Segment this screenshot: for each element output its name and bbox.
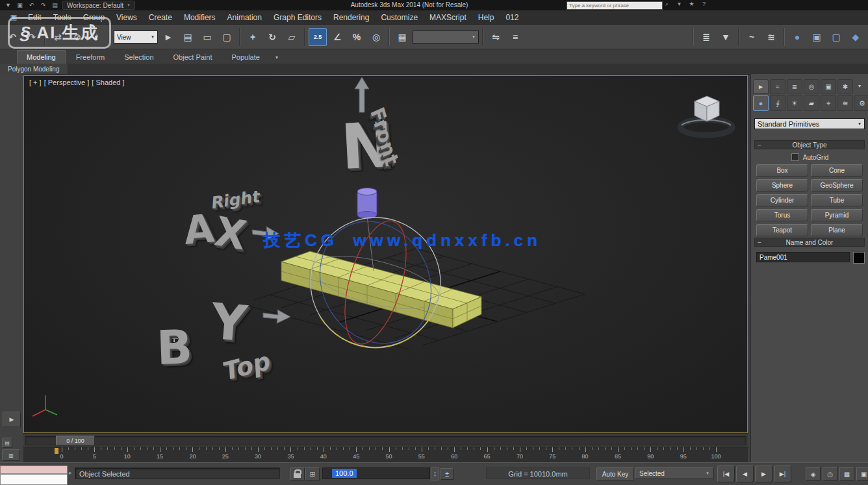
manage-layers-icon[interactable]: ≣ bbox=[697, 28, 715, 46]
menu-item-animation[interactable]: Animation bbox=[222, 10, 268, 25]
window-crossing-toggle-icon[interactable]: ▢ bbox=[218, 28, 236, 46]
percent-snap-icon[interactable]: % bbox=[348, 28, 366, 46]
snaps-toggle-icon[interactable]: 2.5 bbox=[309, 28, 327, 46]
ribbon-options[interactable]: ▾ bbox=[275, 51, 278, 64]
box-button[interactable]: Box bbox=[756, 164, 808, 177]
teapot-button[interactable]: Teapot bbox=[756, 224, 808, 236]
plane-button[interactable]: Plane bbox=[811, 224, 863, 236]
panel-config-icon[interactable]: ▾ bbox=[854, 79, 865, 92]
viewcube[interactable] bbox=[680, 96, 732, 135]
time-ruler[interactable]: 0510152025303540455055606570758085909510… bbox=[23, 447, 748, 462]
object-name-field[interactable]: Pame001 bbox=[756, 252, 850, 262]
mirror-icon[interactable]: ⇋ bbox=[487, 28, 505, 46]
hierarchy-panel-tab[interactable]: ≣ bbox=[787, 79, 802, 93]
app-button-icon[interactable]: ▼ bbox=[4, 2, 12, 8]
viewport-layout-a-button[interactable]: ▤ bbox=[2, 438, 12, 448]
ribbon-tab-modeling[interactable]: Modeling bbox=[17, 50, 66, 64]
auto-key-button[interactable]: Auto Key bbox=[596, 467, 634, 480]
cameras-category-icon[interactable]: ▰ bbox=[804, 95, 819, 111]
torus-button[interactable]: Torus bbox=[756, 209, 808, 221]
offset-mode-button[interactable]: ± bbox=[440, 468, 453, 480]
open-explorer-button[interactable]: ▶ bbox=[3, 412, 21, 427]
rendered-frame-window-icon[interactable]: ▢ bbox=[827, 28, 845, 46]
save-icon[interactable]: ▣ bbox=[16, 2, 24, 8]
next-frame-button[interactable]: ▶| bbox=[774, 466, 791, 482]
utilities-panel-tab[interactable]: ✱ bbox=[837, 79, 853, 93]
help-icon[interactable]: ? bbox=[700, 1, 708, 8]
render-production-icon[interactable]: ◆ bbox=[847, 28, 865, 46]
menu-item-help[interactable]: Help bbox=[472, 10, 500, 25]
set-key-button[interactable]: ◈ bbox=[806, 467, 821, 481]
project-folder-icon[interactable]: ▤ bbox=[51, 2, 59, 8]
menu-item-rendering[interactable]: Rendering bbox=[327, 10, 375, 25]
spinner-snap-icon[interactable]: ◎ bbox=[367, 28, 385, 46]
select-and-move-icon[interactable]: + bbox=[244, 28, 262, 46]
shapes-category-icon[interactable]: ∮ bbox=[770, 95, 785, 111]
play-animation-button[interactable]: ▶ bbox=[755, 466, 772, 482]
menu-item-create[interactable]: Create bbox=[143, 10, 178, 25]
key-filters-button[interactable]: ▦ bbox=[839, 467, 854, 481]
lights-category-icon[interactable]: ☀ bbox=[787, 95, 802, 111]
edit-named-selection-sets-icon[interactable]: ▦ bbox=[393, 28, 411, 46]
time-slider[interactable]: 0 / 100 bbox=[56, 436, 95, 445]
menu-item-maxscript[interactable]: MAXScript bbox=[424, 10, 472, 25]
menu-item-modifiers[interactable]: Modifiers bbox=[178, 10, 222, 25]
helpers-category-icon[interactable]: ⌖ bbox=[821, 95, 836, 111]
graphite-ribbon-toggle-icon[interactable]: ▼ bbox=[717, 28, 735, 46]
ribbon-tab-selection[interactable]: Selection bbox=[115, 51, 162, 64]
previous-frame-button[interactable]: ◀ bbox=[736, 466, 754, 482]
viewport-general-menu[interactable]: [ + ] bbox=[29, 79, 42, 86]
modify-panel-tab[interactable]: ≈ bbox=[770, 79, 785, 93]
rectangular-selection-region-icon[interactable]: ▭ bbox=[198, 28, 216, 46]
select-by-name-icon[interactable]: ▤ bbox=[179, 28, 197, 46]
select-and-scale-icon[interactable]: ▱ bbox=[283, 28, 301, 46]
material-editor-icon[interactable]: ● bbox=[788, 28, 806, 46]
time-slider-groove[interactable] bbox=[25, 436, 747, 445]
absolute-mode-icon[interactable]: ⊞ bbox=[305, 467, 320, 480]
render-setup-icon[interactable]: ▣ bbox=[808, 28, 826, 46]
text-object-y[interactable]: Y bbox=[209, 297, 249, 349]
create-panel-tab[interactable]: ► bbox=[753, 79, 769, 93]
systems-category-icon[interactable]: ⚙ bbox=[854, 95, 868, 111]
reference-coordinate-dropdown[interactable]: View▼ bbox=[114, 31, 158, 44]
object-color-swatch[interactable] bbox=[853, 252, 865, 264]
coordinate-field[interactable]: 100.0 bbox=[322, 467, 430, 479]
menu-item-customize[interactable]: Customize bbox=[375, 10, 424, 25]
selection-lock-icon[interactable] bbox=[290, 467, 305, 480]
curve-editor-icon[interactable]: ~ bbox=[743, 28, 761, 46]
menu-item-012[interactable]: 012 bbox=[500, 10, 524, 25]
frame-marker[interactable] bbox=[55, 448, 58, 454]
geometry-category-icon[interactable]: ● bbox=[753, 95, 769, 111]
workspace-dropdown[interactable]: Workspace: Default ▼ bbox=[62, 1, 135, 10]
viewport-shading-menu[interactable]: [ Shaded ] bbox=[92, 79, 124, 86]
menu-item-graph-editors[interactable]: Graph Editors bbox=[268, 10, 327, 25]
tab-polygon-modeling[interactable]: Polygon Modeling bbox=[0, 64, 68, 74]
primitive-category-dropdown[interactable]: Standard Primitives ▼ bbox=[754, 118, 865, 129]
geosphere-button[interactable]: GeoSphere bbox=[811, 179, 863, 192]
key-mode-dropdown[interactable]: Selected ▼ bbox=[635, 467, 714, 479]
angle-snap-icon[interactable]: ∠ bbox=[328, 28, 346, 46]
space-warps-category-icon[interactable]: ≋ bbox=[837, 95, 853, 111]
align-icon[interactable]: ≡ bbox=[506, 28, 524, 46]
cone-button[interactable]: Cone bbox=[811, 164, 863, 177]
favorites-icon[interactable]: ★ bbox=[687, 1, 696, 8]
viewport-layout-b-button[interactable]: ▥ bbox=[2, 449, 20, 461]
ribbon-tab-object-paint[interactable]: Object Paint bbox=[164, 51, 222, 64]
layout-button[interactable]: ▣ bbox=[856, 467, 868, 481]
infocenter-search-input[interactable] bbox=[567, 1, 663, 10]
display-panel-tab[interactable]: ▣ bbox=[821, 79, 836, 93]
search-icon[interactable]: ⌕ bbox=[663, 1, 671, 8]
ribbon-tab-populate[interactable]: Populate bbox=[222, 51, 268, 64]
signin-icon[interactable]: ▾ bbox=[675, 1, 683, 8]
tube-button[interactable]: Tube bbox=[811, 194, 863, 206]
object-type-rollout[interactable]: − Object Type bbox=[754, 140, 865, 149]
cylinder-button[interactable]: Cylinder bbox=[756, 194, 808, 206]
named-selection-sets-dropdown[interactable]: ▼ bbox=[413, 31, 479, 44]
motion-panel-tab[interactable]: ◎ bbox=[804, 79, 819, 93]
autogrid-checkbox[interactable] bbox=[791, 153, 799, 161]
maxscript-listener-white[interactable] bbox=[0, 474, 68, 485]
time-configuration-button[interactable]: ◷ bbox=[823, 467, 837, 481]
pyramid-button[interactable]: Pyramid bbox=[811, 209, 863, 221]
viewport-pov-menu[interactable]: [ Perspective ] bbox=[44, 79, 90, 86]
undo-icon[interactable]: ↶ bbox=[27, 2, 36, 8]
